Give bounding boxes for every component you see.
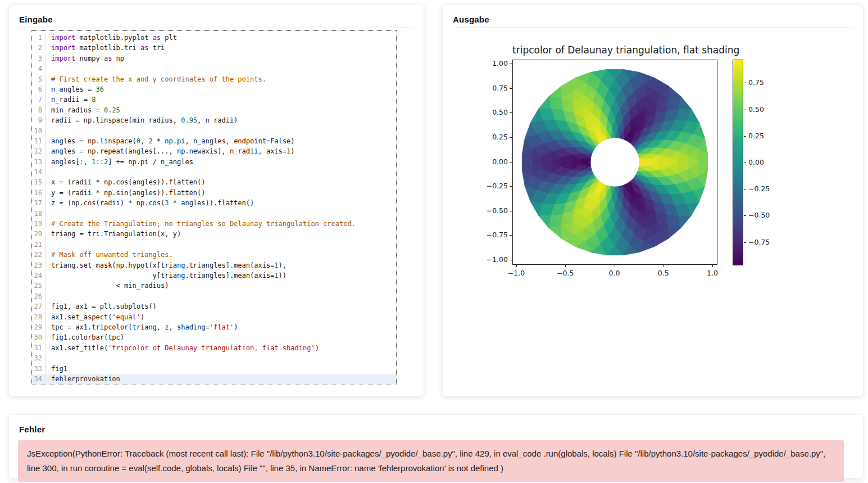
code-line[interactable]: triang = tri.Triangulation(x, y)	[46, 229, 396, 239]
tick-mark	[510, 235, 512, 236]
editor-line[interactable]: 4	[32, 64, 396, 74]
editor-line[interactable]: 1import matplotlib.pyplot as plt	[32, 33, 396, 43]
code-line[interactable]	[46, 291, 396, 301]
editor-line[interactable]: 16y = (radii * np.sin(angles)).flatten()	[32, 188, 396, 198]
line-number: 33	[32, 364, 46, 374]
line-number: 27	[32, 301, 46, 312]
code-line[interactable]: import matplotlib.tri as tri	[46, 43, 396, 53]
code-line[interactable]	[46, 126, 396, 136]
editor-line[interactable]: 31ax1.set_title('tripcolor of Delaunay t…	[32, 343, 396, 353]
tick-label: −0.25	[748, 184, 770, 193]
plot-title: tripcolor of Delaunay triangulation, fla…	[512, 44, 717, 56]
tick-mark	[744, 242, 746, 243]
editor-line[interactable]: 7n_radii = 8	[32, 94, 396, 105]
editor-line[interactable]: 29tpc = ax1.tripcolor(triang, z, shading…	[32, 322, 396, 332]
editor-line[interactable]: 18	[32, 209, 396, 219]
code-line[interactable]: ax1.set_title('tripcolor of Delaunay tri…	[46, 343, 396, 353]
tick-mark	[712, 265, 713, 267]
code-line[interactable]: min_radius = 0.25	[46, 105, 396, 115]
code-line[interactable]: triang.set_mask(np.hypot(x[triang.triang…	[46, 260, 396, 270]
code-line[interactable]	[46, 240, 396, 250]
editor-line[interactable]: 22# Mask off unwanted triangles.	[32, 250, 396, 260]
editor-line[interactable]: 13angles[:, 1::2] += np.pi / n_angles	[32, 157, 396, 167]
editor-line[interactable]: 26	[32, 291, 396, 301]
code-line[interactable]: x = (radii * np.cos(angles)).flatten()	[46, 177, 396, 187]
code-line[interactable]: # Mask off unwanted triangles.	[46, 250, 396, 260]
editor-line[interactable]: 11angles = np.linspace(0, 2 * np.pi, n_a…	[32, 136, 396, 146]
line-number: 26	[32, 291, 46, 301]
tick-mark	[744, 83, 746, 83]
line-number: 21	[32, 240, 46, 250]
code-line[interactable]	[46, 209, 396, 219]
input-panel: Eingabe 1import matplotlib.pyplot as plt…	[8, 4, 424, 396]
code-line[interactable]: angles[:, 1::2] += np.pi / n_angles	[46, 157, 396, 167]
editor-line[interactable]: 17z = (np.cos(radii) * np.cos(3 * angles…	[32, 198, 396, 208]
code-line[interactable]: fig1, ax1 = plt.subplots()	[46, 301, 396, 312]
code-line[interactable]: tpc = ax1.tripcolor(triang, z, shading='…	[46, 322, 396, 332]
line-number: 4	[32, 64, 46, 74]
editor-line[interactable]: 33fig1	[32, 364, 396, 374]
editor-line[interactable]: 20triang = tri.Triangulation(x, y)	[32, 229, 396, 239]
tick-label: −0.75	[474, 231, 508, 240]
editor-line[interactable]: 24 y[triang.triangles].mean(axis=1))	[32, 270, 396, 281]
error-panel: Fehler JsException(PythonError: Tracebac…	[8, 414, 864, 479]
code-line[interactable]: fehlerprovokation	[46, 374, 396, 384]
code-line[interactable]: n_angles = 36	[46, 84, 396, 94]
editor-line[interactable]: 3import numpy as np	[32, 53, 396, 64]
editor-line[interactable]: 8min_radius = 0.25	[32, 105, 396, 115]
line-number: 17	[32, 198, 46, 208]
line-number: 22	[32, 250, 46, 260]
editor-line[interactable]: 19# Create the Triangulation; no triangl…	[32, 219, 396, 229]
editor-line[interactable]: 21	[32, 240, 396, 250]
editor-line[interactable]: 15x = (radii * np.cos(angles)).flatten()	[32, 177, 396, 187]
code-line[interactable]: ax1.set_aspect('equal')	[46, 312, 396, 322]
code-line[interactable]: import matplotlib.pyplot as plt	[46, 33, 396, 43]
code-line[interactable]	[46, 353, 396, 363]
editor-line[interactable]: 23triang.set_mask(np.hypot(x[triang.tria…	[32, 260, 396, 270]
code-editor[interactable]: 1import matplotlib.pyplot as plt2import …	[31, 30, 397, 385]
editor-line[interactable]: 30fig1.colorbar(tpc)	[32, 332, 396, 342]
line-number: 10	[32, 126, 46, 136]
tick-mark	[510, 64, 512, 64]
code-line[interactable]: fig1	[46, 364, 396, 374]
code-line[interactable]: radii = np.linspace(min_radius, 0.95, n_…	[46, 115, 396, 125]
editor-line[interactable]: 9radii = np.linspace(min_radius, 0.95, n…	[32, 115, 396, 125]
tick-label: 0.0	[602, 269, 627, 278]
plot-axes	[512, 60, 717, 265]
code-line[interactable]: angles = np.repeat(angles[..., np.newaxi…	[46, 146, 396, 156]
code-line[interactable]: angles = np.linspace(0, 2 * np.pi, n_ang…	[46, 136, 396, 146]
editor-line[interactable]: 5# First create the x and y coordinates …	[32, 74, 396, 84]
code-line[interactable]: y = (radii * np.sin(angles)).flatten()	[46, 188, 396, 198]
editor-line[interactable]: 14	[32, 167, 396, 177]
line-number: 30	[32, 332, 46, 342]
code-line[interactable]: # First create the x and y coordinates o…	[46, 74, 396, 84]
editor-line[interactable]: 2import matplotlib.tri as tri	[32, 43, 396, 53]
tick-mark	[510, 162, 512, 162]
editor-line[interactable]: 27fig1, ax1 = plt.subplots()	[32, 301, 396, 312]
code-line[interactable]: y[triang.triangles].mean(axis=1))	[46, 270, 396, 281]
tripcolor-plot	[513, 60, 717, 264]
line-number: 6	[32, 84, 46, 94]
editor-line[interactable]: 28ax1.set_aspect('equal')	[32, 312, 396, 322]
code-line[interactable]	[46, 64, 396, 74]
tick-label: 0.75	[474, 84, 508, 93]
code-line[interactable]: # Create the Triangulation; no triangles…	[46, 219, 396, 229]
editor-line[interactable]: 25 < min_radius)	[32, 281, 396, 291]
code-line[interactable]: n_radii = 8	[46, 94, 396, 105]
code-line[interactable]: z = (np.cos(radii) * np.cos(3 * angles))…	[46, 198, 396, 208]
tick-mark	[615, 265, 615, 267]
tick-label: −0.5	[553, 269, 578, 278]
editor-line[interactable]: 32	[32, 353, 396, 363]
editor-line[interactable]: 34fehlerprovokation	[32, 374, 396, 384]
code-line[interactable]: import numpy as np	[46, 53, 396, 64]
editor-line[interactable]: 10	[32, 126, 396, 136]
code-line[interactable]: < min_radius)	[46, 281, 396, 291]
line-number: 18	[32, 209, 46, 219]
code-line[interactable]: fig1.colorbar(tpc)	[46, 332, 396, 342]
tick-label: −0.50	[748, 211, 770, 220]
editor-line[interactable]: 12angles = np.repeat(angles[..., np.newa…	[32, 146, 396, 156]
error-message: JsException(PythonError: Traceback (most…	[18, 440, 844, 482]
code-line[interactable]	[46, 167, 396, 177]
matplotlib-figure: tripcolor of Delaunay triangulation, fla…	[443, 5, 864, 397]
editor-line[interactable]: 6n_angles = 36	[32, 84, 396, 94]
